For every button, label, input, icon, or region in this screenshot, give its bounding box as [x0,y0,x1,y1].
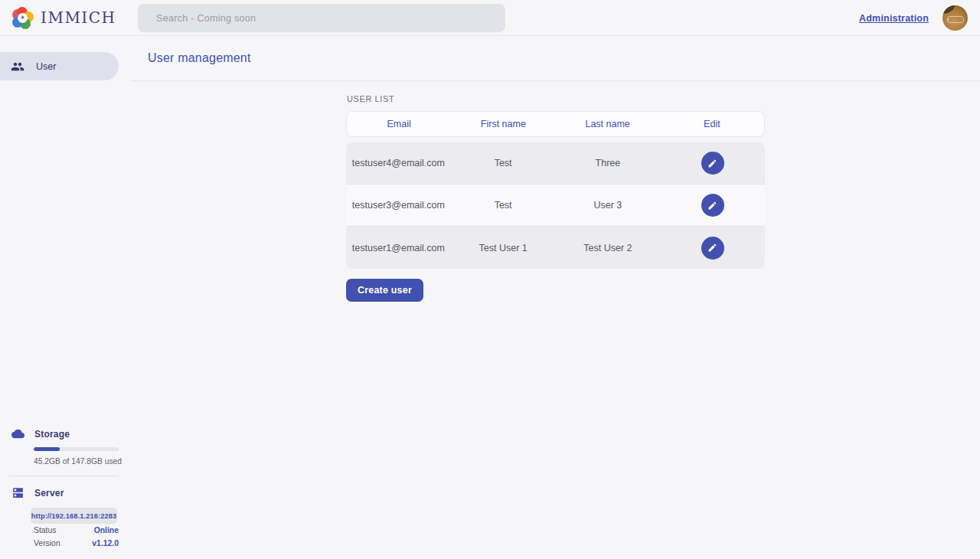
storage-section: Storage [0,427,130,440]
immich-flower-icon: ✦ [11,7,34,29]
server-icon [11,486,24,499]
server-url: http://192.168.1.216:2283 [31,512,117,520]
page-title: User management [148,51,251,65]
users-group-icon [11,60,24,74]
administration-link[interactable]: Administration [859,13,929,24]
top-bar: ✦ IMMICH Administration [0,0,980,36]
sidebar-divider [9,476,119,476]
storage-progress-fill [34,447,60,451]
cloud-icon [11,427,24,440]
main-content: USER LIST Email First name Last name Edi… [130,81,980,302]
cell-email: testuser3@email.com [346,200,451,211]
cell-email: testuser4@email.com [346,158,451,168]
search-bar [138,4,505,32]
create-user-button[interactable]: Create user [346,279,423,302]
server-title: Server [34,488,64,499]
main-header: User management [130,36,980,81]
table-row: testuser4@email.com Test Three [346,142,765,185]
edit-user-button[interactable] [701,194,724,217]
status-label: Status [34,526,56,534]
cell-last-name: User 3 [556,200,661,211]
pencil-icon [707,201,717,211]
server-status-row: Status Online [34,524,119,537]
immich-logo[interactable]: ✦ IMMICH [0,7,126,29]
sidebar-item-label: User [36,61,56,72]
pencil-icon [707,243,717,253]
column-header-first-name: First name [451,119,555,129]
user-avatar[interactable] [942,5,968,31]
table-body: testuser4@email.com Test Three testuser3… [346,142,765,269]
column-header-email: Email [347,119,451,129]
sidebar-footer: Storage 45.2GB of 147.8GB used Server ht… [0,427,130,550]
topbar-right: Administration [859,0,968,36]
edit-user-button[interactable] [701,237,724,260]
user-table: Email First name Last name Edit testuser… [346,111,765,269]
server-url-badge: http://192.168.1.216:2283 [31,508,117,524]
user-list-heading: USER LIST [347,94,980,103]
column-header-edit: Edit [660,119,764,129]
version-label: Version [34,539,60,548]
cell-first-name: Test [451,158,556,168]
table-header-row: Email First name Last name Edit [346,111,765,137]
column-header-last-name: Last name [556,119,660,129]
storage-title: Storage [34,429,70,440]
status-value: Online [94,526,119,534]
storage-progress-bar [34,447,119,451]
cell-last-name: Three [556,158,661,168]
pencil-icon [707,159,717,168]
cell-email: testuser1@email.com [346,243,451,253]
cell-last-name: Test User 2 [556,243,661,253]
version-value: v1.12.0 [92,539,119,548]
storage-usage-text: 45.2GB of 147.8GB used [34,457,130,466]
sidebar: User Storage 45.2GB of 147.8GB used Serv… [0,36,130,559]
cell-first-name: Test [451,200,556,211]
table-row: testuser1@email.com Test User 1 Test Use… [346,227,765,269]
server-version-row: Version v1.12.0 [34,537,119,550]
sidebar-item-user[interactable]: User [0,52,119,80]
table-row: testuser3@email.com Test User 3 [346,185,765,227]
brand-name: IMMICH [41,8,116,27]
server-section: Server [0,486,130,499]
main-panel: User management USER LIST Email First na… [130,36,980,559]
cell-first-name: Test User 1 [451,243,556,253]
edit-user-button[interactable] [701,152,724,175]
search-input[interactable] [138,4,505,32]
